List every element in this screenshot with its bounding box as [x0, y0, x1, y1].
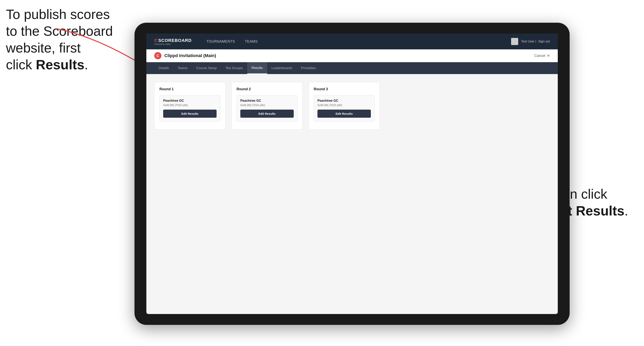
header-right: Test User | Sign out [511, 38, 550, 45]
rounds-grid: Round 1 Peachtree GC Gold (M) (7010 yds)… [154, 82, 550, 130]
tab-bar: Details Teams Course Setup Tee Groups Re… [146, 62, 558, 74]
round-1-label: Round 1 [160, 87, 220, 91]
instruction-line4-prefix: click [6, 57, 36, 72]
instruction-results-bold: Results [36, 57, 84, 72]
tournament-title-area: C Clippd Invitational (Main) [154, 52, 216, 59]
content-area: Round 1 Peachtree GC Gold (M) (7010 yds)… [146, 74, 558, 314]
sign-out-link[interactable]: Sign out [538, 40, 550, 43]
round-1-card: Round 1 Peachtree GC Gold (M) (7010 yds)… [154, 82, 226, 130]
user-text: Test User | Sign out [521, 40, 550, 43]
tournament-banner: C Clippd Invitational (Main) Cancel ✕ [146, 49, 558, 62]
round-2-edit-results-button[interactable]: Edit Results [240, 110, 294, 118]
tablet-device: C SCOREBOARD Powered by clippd TOURNAMEN… [134, 23, 570, 325]
round-3-course-detail: Gold (M) (7010 yds) [318, 104, 371, 107]
nav-teams[interactable]: TEAMS [240, 33, 263, 49]
cancel-button[interactable]: Cancel ✕ [534, 53, 550, 58]
round-3-label: Round 3 [314, 87, 374, 91]
nav-items: TOURNAMENTS TEAMS [202, 33, 511, 49]
close-icon: ✕ [547, 53, 550, 58]
tab-teams[interactable]: Teams [173, 62, 192, 74]
round-2-course-card: Peachtree GC Gold (M) (7010 yds) Edit Re… [236, 95, 298, 122]
tournament-name: Clippd Invitational (Main) [164, 53, 216, 58]
tab-printables[interactable]: Printables [297, 62, 320, 74]
instruction-line1: To publish scores [6, 7, 110, 22]
logo-area: C SCOREBOARD Powered by clippd [154, 38, 192, 45]
round-2-card: Round 2 Peachtree GC Gold (M) (7010 yds)… [232, 82, 302, 130]
cancel-label: Cancel [534, 54, 545, 58]
instruction-line2: to the Scoreboard [6, 23, 113, 38]
tab-results[interactable]: Results [247, 62, 267, 74]
round-1-course-card: Peachtree GC Gold (M) (7010 yds) Edit Re… [160, 95, 220, 122]
left-instruction: To publish scores to the Scoreboard webs… [6, 6, 113, 73]
tab-details[interactable]: Details [154, 62, 173, 74]
app-header: C SCOREBOARD Powered by clippd TOURNAMEN… [146, 33, 558, 49]
round-3-course-card: Peachtree GC Gold (M) (7010 yds) Edit Re… [314, 95, 374, 122]
round-1-course-detail: Gold (M) (7010 yds) [163, 104, 216, 107]
tournament-logo: C [154, 52, 162, 59]
round-2-course-detail: Gold (M) (7010 yds) [240, 104, 294, 107]
tablet-screen: C SCOREBOARD Powered by clippd TOURNAMEN… [146, 33, 558, 314]
logo-text: SCOREBOARD [158, 38, 192, 43]
instruction-line4-suffix: . [84, 57, 88, 72]
round-3-course-name: Peachtree GC [318, 99, 371, 103]
tab-leaderboards[interactable]: Leaderboards [267, 62, 297, 74]
nav-tournaments[interactable]: TOURNAMENTS [202, 33, 240, 49]
logo-sub: Powered by clippd [154, 43, 170, 45]
round-3-card: Round 3 Peachtree GC Gold (M) (7010 yds)… [308, 82, 380, 130]
tab-tee-groups[interactable]: Tee Groups [221, 62, 247, 74]
tab-course-setup[interactable]: Course Setup [192, 62, 221, 74]
round-3-edit-results-button[interactable]: Edit Results [318, 110, 371, 118]
round-1-course-name: Peachtree GC [163, 99, 216, 103]
round-2-course-name: Peachtree GC [240, 99, 294, 103]
user-name: Test User | [521, 40, 536, 43]
round-1-edit-results-button[interactable]: Edit Results [163, 110, 216, 118]
round-2-label: Round 2 [236, 87, 298, 91]
right-instruction-suffix: . [624, 203, 628, 218]
logo-c-letter: C [154, 38, 158, 43]
instruction-line3: website, first [6, 40, 81, 55]
user-icon [511, 38, 518, 45]
